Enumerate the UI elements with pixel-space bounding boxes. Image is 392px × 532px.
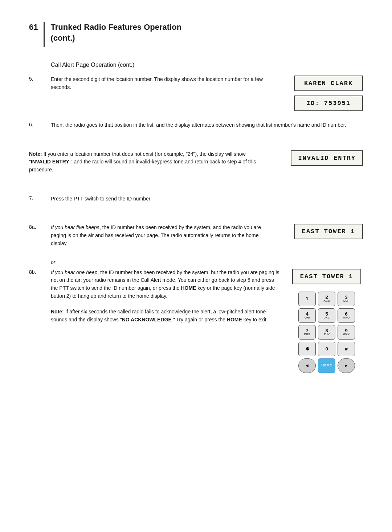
subsection-title: Call Alert Page Operation (cont.) — [51, 62, 363, 68]
key-8-sub: TUV — [324, 333, 330, 336]
key-4-sub: GHI — [305, 316, 310, 319]
section-number: 61 — [29, 22, 38, 32]
key-6-sub: MNO — [343, 316, 350, 319]
lcd-east-tower-1a: EAST TOWER 1 — [294, 224, 363, 239]
content-area: 5. Enter the second digit of the locatio… — [29, 76, 363, 383]
step-7-number: 7. — [29, 195, 51, 201]
note-1-row: Note: If you enter a location number tha… — [29, 150, 363, 174]
step-8a-italic: If you hear five beeps — [51, 224, 99, 230]
key-9-sub: WXY — [343, 333, 350, 336]
key-star-main: ✱ — [305, 346, 309, 351]
step-8b-home1: HOME — [181, 285, 196, 291]
step-8b-row: 8b. If you hear one beep, the ID number … — [29, 269, 363, 373]
note-1-text: Note: If you enter a location number tha… — [29, 150, 269, 174]
page-container: 61 Trunked Radio Features Operation(cont… — [29, 22, 363, 383]
step-6-number: 6. — [29, 121, 51, 127]
key-2-sub: ABC — [323, 300, 330, 302]
key-star[interactable]: ✱ — [298, 342, 316, 356]
keypad-row-1: 1 2 ABC 3 DEF — [298, 292, 355, 306]
lcd-east-tower-1b: EAST TOWER 1 — [292, 269, 361, 284]
section-title: Trunked Radio Features Operation(cont.) — [50, 22, 181, 43]
note-1-invalid-entry: INVALID ENTRY — [31, 159, 69, 165]
keypad-row-3: 7 PRS 8 TUV 9 WXY — [298, 325, 355, 340]
key-8[interactable]: 8 TUV — [318, 325, 335, 340]
keypad: 1 2 ABC 3 DEF 4 — [298, 292, 355, 373]
step-8b-note-label: Note: — [51, 309, 64, 314]
key-9[interactable]: 9 WXY — [338, 325, 355, 340]
key-1[interactable]: 1 — [298, 292, 316, 306]
step-8b-number: 8b. — [29, 269, 51, 275]
key-6[interactable]: 6 MNO — [338, 308, 355, 323]
step-8a-row: 8a. If you hear five beeps, the ID numbe… — [29, 224, 363, 247]
step-5-inner: 5. Enter the second digit of the locatio… — [29, 76, 269, 91]
key-forward[interactable]: ► — [338, 358, 355, 373]
step-5-text: Enter the second digit of the location n… — [51, 76, 269, 91]
step-7-row: 7. Press the PTT switch to send the ID n… — [29, 195, 363, 203]
keypad-row-2: 4 GHI 5 JKL 6 MNO — [298, 308, 355, 323]
keypad-row-4: ✱ 0 # — [298, 342, 355, 356]
step-8b-inner: 8b. If you hear one beep, the ID number … — [29, 269, 279, 324]
step-5-left: 5. Enter the second digit of the locatio… — [29, 76, 269, 91]
key-3[interactable]: 3 DEF — [338, 292, 355, 306]
step-8b-right: EAST TOWER 1 1 2 ABC 3 DEF — [290, 269, 363, 373]
step-8a-displays: EAST TOWER 1 — [279, 224, 363, 239]
step-8b-italic: If you hear one beep — [51, 269, 97, 275]
step-6-row: 6. Then, the radio goes to that position… — [29, 121, 363, 129]
key-5[interactable]: 5 JKL — [318, 308, 335, 323]
lcd-karen-clark: KAREN CLARK — [294, 76, 363, 91]
key-0[interactable]: 0 — [318, 342, 335, 356]
key-home[interactable]: HOME — [318, 358, 335, 373]
key-7[interactable]: 7 PRS — [298, 325, 316, 340]
note-1-left: Note: If you enter a location number tha… — [29, 150, 269, 174]
step-7-text: Press the PTT switch to send the ID numb… — [51, 195, 363, 203]
step-8a-number: 8a. — [29, 224, 51, 230]
key-forward-main: ► — [344, 363, 349, 368]
key-7-sub: PRS — [304, 333, 310, 336]
step-5-row: 5. Enter the second digit of the locatio… — [29, 76, 363, 111]
step-8a-text: If you hear five beeps, the ID number ha… — [51, 224, 269, 247]
key-hash-main: # — [345, 346, 347, 351]
key-1-main: 1 — [306, 296, 308, 301]
or-separator: or — [51, 259, 363, 265]
key-3-sub: DEF — [343, 300, 349, 302]
spacer-1 — [29, 139, 363, 150]
page-header: 61 Trunked Radio Features Operation(cont… — [29, 22, 363, 47]
keypad-row-5: ◄ HOME ► — [298, 358, 355, 373]
key-5-sub: JKL — [324, 316, 329, 319]
step-6-text: Then, the radio goes to that position in… — [51, 121, 363, 129]
key-2[interactable]: 2 ABC — [318, 292, 335, 306]
lcd-id-753951: ID: 753951 — [294, 96, 363, 111]
key-hash[interactable]: # — [338, 342, 355, 356]
note-1-bold-label: Note: — [29, 151, 42, 157]
step-8b-left: 8b. If you hear one beep, the ID number … — [29, 269, 279, 324]
step-5-displays: KAREN CLARK ID: 753951 — [279, 76, 363, 111]
key-home-main: HOME — [322, 364, 332, 367]
spacer-3 — [29, 213, 363, 224]
key-0-main: 0 — [325, 346, 328, 351]
key-back[interactable]: ◄ — [298, 358, 316, 373]
step-8b-no-ack: NO ACKNOWLEDGE — [122, 317, 172, 322]
step-8b-text: If you hear one beep, the ID number has … — [51, 269, 279, 324]
step-5-number: 5. — [29, 76, 51, 82]
lcd-invalid-entry: INVALID ENTRY — [291, 150, 363, 166]
spacer-2 — [29, 184, 363, 195]
section-divider — [44, 22, 45, 47]
key-4[interactable]: 4 GHI — [298, 308, 316, 323]
step-8a-inner: 8a. If you hear five beeps, the ID numbe… — [29, 224, 269, 247]
note-1-displays: INVALID ENTRY — [279, 150, 363, 166]
step-8a-left: 8a. If you hear five beeps, the ID numbe… — [29, 224, 269, 247]
key-back-main: ◄ — [305, 363, 310, 368]
step-8b-home2: HOME — [227, 317, 242, 322]
